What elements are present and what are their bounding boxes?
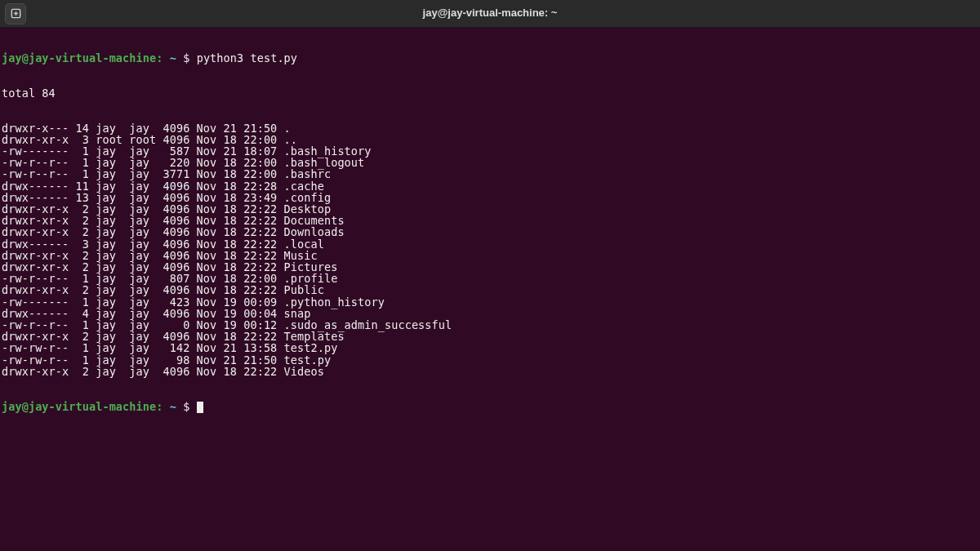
listing-row: -rw-r--r-- 1 jay jay 3771 Nov 18 22:00 .… <box>2 168 978 180</box>
listing-row: drwxr-xr-x 2 jay jay 4096 Nov 18 22:22 M… <box>2 250 978 261</box>
listing-row: drwxr-xr-x 2 jay jay 4096 Nov 18 22:22 P… <box>2 284 978 295</box>
listing-row: drwxr-xr-x 2 jay jay 4096 Nov 18 22:22 D… <box>2 226 978 238</box>
listing-row: drwxr-xr-x 2 jay jay 4096 Nov 18 22:22 D… <box>2 215 978 226</box>
prompt-path: ~ <box>163 400 176 413</box>
prompt-path: ~ <box>163 51 176 64</box>
prompt-user-host: jay@jay-virtual-machine <box>2 400 156 413</box>
listing-row: drwx------ 13 jay jay 4096 Nov 18 23:49 … <box>2 192 978 203</box>
output-total: total 84 <box>2 87 978 99</box>
listing-row: drwx------ 11 jay jay 4096 Nov 18 22:28 … <box>2 180 978 192</box>
listing-row: -rw-r--r-- 1 jay jay 807 Nov 18 22:00 .p… <box>2 273 978 284</box>
prompt-dollar: $ <box>176 400 197 413</box>
listing-row: -rw-rw-r-- 1 jay jay 142 Nov 21 13:58 te… <box>2 342 978 353</box>
prompt-line-1: jay@jay-virtual-machine: ~ $ python3 tes… <box>2 52 978 64</box>
listing-row: -rw-rw-r-- 1 jay jay 98 Nov 21 21:50 tes… <box>2 354 978 366</box>
terminal-viewport[interactable]: jay@jay-virtual-machine: ~ $ python3 tes… <box>0 28 980 424</box>
new-tab-icon <box>10 7 22 20</box>
cursor <box>197 402 203 413</box>
listing-row: -rw-r--r-- 1 jay jay 0 Nov 19 00:12 .sud… <box>2 319 978 331</box>
listing-row: drwxr-xr-x 2 jay jay 4096 Nov 18 22:22 T… <box>2 331 978 342</box>
listing-row: -rw------- 1 jay jay 423 Nov 19 00:09 .p… <box>2 296 978 308</box>
prompt-dollar: $ <box>176 51 197 64</box>
listing-row: drwxr-xr-x 2 jay jay 4096 Nov 18 22:22 D… <box>2 203 978 215</box>
prompt-user-host: jay@jay-virtual-machine <box>2 51 156 64</box>
window-titlebar: jay@jay-virtual-machine: ~ <box>0 0 980 28</box>
new-tab-button[interactable] <box>5 3 26 24</box>
listing-row: drwx------ 3 jay jay 4096 Nov 18 22:22 .… <box>2 238 978 250</box>
listing-row: -rw-r--r-- 1 jay jay 220 Nov 18 22:00 .b… <box>2 157 978 168</box>
window-title: jay@jay-virtual-machine: ~ <box>423 7 558 19</box>
listing-row: drwx------ 4 jay jay 4096 Nov 19 00:04 s… <box>2 308 978 319</box>
listing-row: drwxr-x--- 14 jay jay 4096 Nov 21 21:50 … <box>2 122 978 134</box>
listing-row: drwxr-xr-x 2 jay jay 4096 Nov 18 22:22 P… <box>2 261 978 273</box>
directory-listing: drwxr-x--- 14 jay jay 4096 Nov 21 21:50 … <box>2 122 978 377</box>
listing-row: drwxr-xr-x 2 jay jay 4096 Nov 18 22:22 V… <box>2 366 978 377</box>
prompt-line-2: jay@jay-virtual-machine: ~ $ <box>2 401 978 413</box>
listing-row: -rw------- 1 jay jay 587 Nov 21 18:07 .b… <box>2 145 978 157</box>
command-text: python3 test.py <box>197 51 297 64</box>
listing-row: drwxr-xr-x 3 root root 4096 Nov 18 22:00… <box>2 134 978 145</box>
